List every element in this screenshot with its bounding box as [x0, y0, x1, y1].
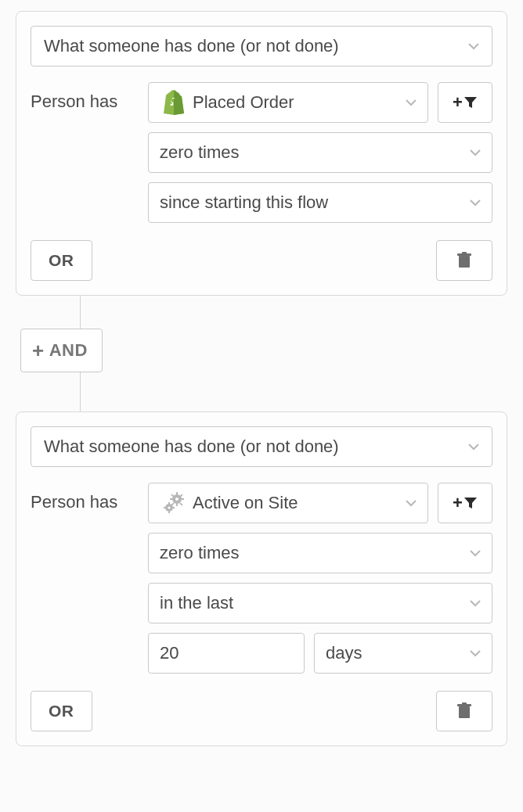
chevron-down-icon — [468, 443, 479, 451]
chevron-down-icon — [470, 599, 481, 607]
and-label: AND — [49, 340, 88, 361]
condition-row: Person has — [31, 483, 492, 674]
chevron-down-icon — [406, 499, 417, 507]
gears-icon — [160, 492, 188, 514]
metric-label: Active on Site — [193, 493, 298, 513]
timeframe-mode-label: in the last — [160, 593, 233, 613]
subject-label: Person has — [31, 82, 148, 112]
delete-button[interactable] — [436, 691, 492, 731]
and-button[interactable]: + AND — [20, 329, 103, 372]
timeframe-mode-select[interactable]: in the last — [148, 583, 492, 623]
svg-rect-21 — [462, 702, 467, 705]
svg-rect-2 — [462, 252, 467, 254]
shopify-icon — [160, 90, 188, 115]
condition-row: Person has Placed Order — [31, 82, 492, 223]
condition-block-0: What someone has done (or not done) Pers… — [16, 11, 507, 296]
timeframe-value-input[interactable]: 20 — [148, 633, 305, 674]
svg-rect-17 — [172, 507, 175, 508]
or-label: OR — [49, 702, 74, 720]
timeframe-mode-label: since starting this flow — [160, 192, 328, 213]
svg-rect-14 — [168, 502, 170, 505]
count-operator-label: zero times — [160, 142, 239, 163]
funnel-icon — [463, 496, 478, 510]
count-operator-label: zero times — [160, 543, 239, 563]
metric-select[interactable]: Active on Site — [148, 483, 428, 523]
or-label: OR — [49, 251, 74, 270]
condition-block-1: What someone has done (or not done) Pers… — [16, 411, 507, 746]
condition-type-label: What someone has done (or not done) — [44, 437, 339, 457]
timeframe-unit-select[interactable]: days — [314, 633, 492, 674]
svg-rect-11 — [179, 502, 182, 505]
svg-rect-15 — [168, 511, 170, 513]
svg-rect-19 — [459, 706, 470, 718]
trash-icon — [456, 702, 472, 720]
chevron-down-icon — [470, 199, 481, 207]
add-filter-button[interactable]: + — [438, 483, 492, 523]
subject-label: Person has — [31, 483, 148, 512]
funnel-icon — [463, 95, 478, 110]
chevron-down-icon — [470, 649, 481, 657]
svg-rect-16 — [164, 507, 166, 508]
chevron-down-icon — [470, 149, 481, 156]
svg-rect-4 — [176, 492, 178, 495]
chevron-down-icon — [406, 99, 417, 106]
svg-point-18 — [168, 506, 170, 508]
timeframe-unit-label: days — [326, 643, 362, 663]
condition-type-select[interactable]: What someone has done (or not done) — [31, 26, 492, 66]
metric-select[interactable]: Placed Order — [148, 82, 428, 123]
svg-rect-5 — [176, 503, 178, 506]
chevron-down-icon — [470, 549, 481, 557]
metric-label: Placed Order — [193, 92, 294, 113]
delete-button[interactable] — [436, 240, 492, 281]
or-button[interactable]: OR — [31, 691, 92, 731]
fields-column: Active on Site + — [148, 483, 492, 674]
add-filter-button[interactable]: + — [438, 82, 492, 123]
timeframe-mode-select[interactable]: since starting this flow — [148, 182, 492, 223]
and-connector: + AND — [16, 296, 507, 411]
condition-type-select[interactable]: What someone has done (or not done) — [31, 426, 492, 467]
svg-rect-6 — [170, 498, 173, 500]
timeframe-value: 20 — [160, 643, 179, 663]
svg-rect-7 — [181, 498, 184, 500]
or-button[interactable]: OR — [31, 240, 92, 281]
trash-icon — [456, 252, 472, 269]
condition-type-label: What someone has done (or not done) — [44, 36, 339, 56]
svg-rect-0 — [459, 256, 470, 268]
count-operator-select[interactable]: zero times — [148, 533, 492, 573]
chevron-down-icon — [468, 42, 479, 50]
fields-column: Placed Order + — [148, 82, 492, 223]
count-operator-select[interactable]: zero times — [148, 132, 492, 173]
svg-point-12 — [175, 498, 179, 501]
